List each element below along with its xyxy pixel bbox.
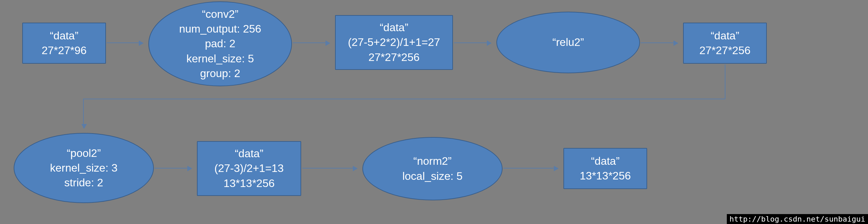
node-line: “relu2” [552,35,584,50]
connector-seg [83,99,725,99]
node-line: local_size: 5 [402,169,463,184]
node-data-5: “data” 13*13*256 [563,148,647,189]
node-line: (27-3)/2+1=13 [214,161,284,176]
arrow [454,42,491,43]
arrow [107,42,143,43]
node-relu2: “relu2” [496,12,640,73]
node-pool2: “pool2” kernel_size: 3 stride: 2 [14,133,154,203]
arrow [302,168,357,169]
diagram-stage: “data” 27*27*96 “conv2” num_output: 256 … [0,0,868,224]
arrow [641,42,678,43]
node-line: “conv2” [202,7,239,22]
node-line: 27*27*256 [699,43,750,58]
node-line: 27*27*96 [42,43,87,58]
node-line: “norm2” [413,154,452,169]
node-data-2: “data” (27-5+2*2)/1+1=27 27*27*256 [335,15,453,70]
node-line: “data” [235,146,264,161]
node-data-4: “data” (27-3)/2+1=13 13*13*256 [197,141,301,196]
node-line: “data” [50,28,79,43]
node-data-3: “data” 27*27*256 [683,23,767,64]
node-norm2: “norm2” local_size: 5 [362,137,503,200]
node-line: kernel_size: 3 [50,161,117,175]
node-line: stride: 2 [64,175,103,190]
node-line: “pool2” [67,146,101,161]
watermark: http://blog.csdn.net/sunbaigui [727,214,868,224]
connector-arrow [83,99,84,128]
node-line: kernel_size: 5 [186,51,254,66]
connector-seg [725,64,725,99]
node-conv2: “conv2” num_output: 256 pad: 2 kernel_si… [148,1,292,86]
node-line: “data” [711,28,739,43]
arrow [155,168,191,169]
arrow [503,168,558,169]
node-line: pad: 2 [205,36,236,51]
node-line: (27-5+2*2)/1+1=27 [348,35,440,50]
node-line: “data” [380,20,409,35]
node-line: num_output: 256 [179,22,261,36]
arrow [293,42,330,43]
node-line: “data” [591,154,620,169]
node-line: 13*13*256 [580,169,631,183]
node-line: group: 2 [200,66,240,81]
node-line: 27*27*256 [369,50,419,65]
node-data-1: “data” 27*27*96 [22,23,106,64]
node-line: 13*13*256 [224,176,275,191]
